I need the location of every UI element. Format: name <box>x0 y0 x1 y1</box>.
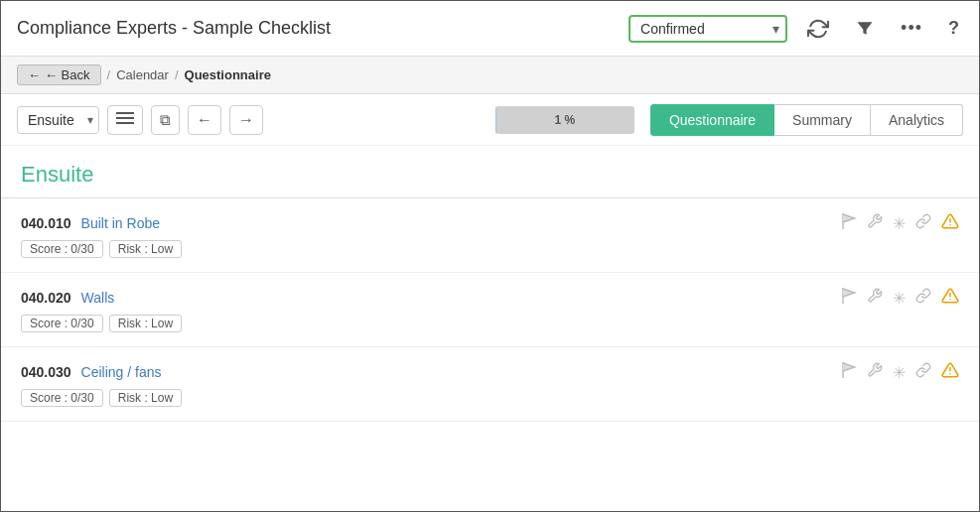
risk-badge-2: Risk : Low <box>109 315 182 332</box>
prev-button[interactable]: ← <box>188 105 221 135</box>
more-icon: ••• <box>901 18 922 39</box>
status-dropdown-wrap: Confirmed Draft Completed <box>629 15 787 43</box>
group-dropdown[interactable]: Ensuite <box>17 106 99 134</box>
wrench-icon-2[interactable] <box>867 288 883 308</box>
item-name-1[interactable]: Built in Robe <box>81 215 160 231</box>
flag-icon-3[interactable] <box>841 361 857 383</box>
item-badges-3: Score : 0/30 Risk : Low <box>21 389 959 407</box>
help-button[interactable]: ? <box>944 14 963 43</box>
checklist-item: 040.030 Ceiling / fans ✳ Score <box>1 347 979 422</box>
copy-icon: ⧉ <box>160 111 171 129</box>
item-title-group-3: 040.030 Ceiling / fans <box>21 364 162 380</box>
breadcrumb-current: Questionnaire <box>185 67 271 82</box>
item-id-1: 040.010 <box>21 215 71 231</box>
link-icon-3[interactable] <box>915 362 931 382</box>
item-id-2: 040.020 <box>21 290 71 306</box>
copy-button[interactable]: ⧉ <box>151 105 180 135</box>
status-dropdown[interactable]: Confirmed Draft Completed <box>629 15 787 43</box>
header-actions: ••• ? <box>803 14 963 44</box>
asterisk-icon-1[interactable]: ✳ <box>893 214 906 233</box>
tab-analytics[interactable]: Analytics <box>871 104 963 136</box>
warning-icon-3[interactable] <box>941 361 959 383</box>
score-badge-2: Score : 0/30 <box>21 315 103 332</box>
breadcrumb-calendar[interactable]: Calendar <box>116 67 169 82</box>
toolbar: Ensuite ⧉ ← → 1 % Questionnaire Summary … <box>1 94 979 146</box>
item-header-1: 040.010 Built in Robe ✳ <box>21 212 959 234</box>
app-title: Compliance Experts - Sample Checklist <box>17 18 629 39</box>
link-icon-2[interactable] <box>915 288 931 308</box>
refresh-button[interactable] <box>803 14 833 44</box>
wrench-icon-3[interactable] <box>867 362 883 382</box>
risk-badge-3: Risk : Low <box>109 389 182 407</box>
breadcrumb-separator-1: / <box>107 67 111 82</box>
help-icon: ? <box>948 18 959 39</box>
tab-questionnaire[interactable]: Questionnaire <box>650 104 774 136</box>
back-arrow-icon: ← <box>28 67 41 82</box>
view-tabs: Questionnaire Summary Analytics <box>650 104 963 136</box>
progress-bar: 1 % <box>495 106 634 134</box>
score-badge-3: Score : 0/30 <box>21 389 103 407</box>
section-title: Ensuite <box>1 146 979 198</box>
item-name-3[interactable]: Ceiling / fans <box>81 364 162 380</box>
main-content: Ensuite 040.010 Built in Robe ✳ <box>1 146 979 512</box>
app-header: Compliance Experts - Sample Checklist Co… <box>1 1 979 57</box>
group-dropdown-wrap: Ensuite <box>17 106 99 134</box>
list-icon <box>116 111 134 129</box>
risk-badge-1: Risk : Low <box>109 240 182 258</box>
flag-icon-2[interactable] <box>841 287 857 309</box>
item-header-2: 040.020 Walls ✳ <box>21 287 959 309</box>
item-name-2[interactable]: Walls <box>81 290 115 306</box>
filter-icon <box>855 19 875 39</box>
item-title-group-2: 040.020 Walls <box>21 290 114 306</box>
checklist-item: 040.020 Walls ✳ Score : 0/30 <box>1 273 979 347</box>
item-id-3: 040.030 <box>21 364 71 380</box>
link-icon-1[interactable] <box>915 213 931 233</box>
wrench-icon-1[interactable] <box>867 213 883 233</box>
item-actions-2: ✳ <box>841 287 959 309</box>
progress-fill <box>495 106 496 134</box>
back-button[interactable]: ← ← Back <box>17 64 101 85</box>
flag-icon-1[interactable] <box>841 212 857 234</box>
more-button[interactable]: ••• <box>897 14 926 43</box>
next-arrow-icon: → <box>238 111 254 129</box>
score-badge-1: Score : 0/30 <box>21 240 103 258</box>
back-label: ← Back <box>45 67 90 82</box>
item-actions-3: ✳ <box>841 361 959 383</box>
item-badges-1: Score : 0/30 Risk : Low <box>21 240 959 258</box>
item-badges-2: Score : 0/30 Risk : Low <box>21 315 959 332</box>
tab-summary[interactable]: Summary <box>774 104 871 136</box>
next-button[interactable]: → <box>229 105 263 135</box>
asterisk-icon-2[interactable]: ✳ <box>893 289 906 308</box>
progress-label: 1 % <box>555 113 576 127</box>
asterisk-icon-3[interactable]: ✳ <box>893 363 906 382</box>
list-view-button[interactable] <box>107 105 143 135</box>
prev-arrow-icon: ← <box>197 111 212 129</box>
item-title-group-1: 040.010 Built in Robe <box>21 215 160 231</box>
item-actions-1: ✳ <box>841 212 959 234</box>
warning-icon-2[interactable] <box>941 287 959 309</box>
refresh-icon <box>807 18 829 40</box>
item-header-3: 040.030 Ceiling / fans ✳ <box>21 361 959 383</box>
warning-icon-1[interactable] <box>941 212 959 234</box>
checklist-item: 040.010 Built in Robe ✳ Score : <box>1 198 979 273</box>
breadcrumb-separator-2: / <box>175 67 179 82</box>
filter-button[interactable] <box>851 15 879 43</box>
breadcrumb: ← ← Back / Calendar / Questionnaire <box>1 57 979 94</box>
